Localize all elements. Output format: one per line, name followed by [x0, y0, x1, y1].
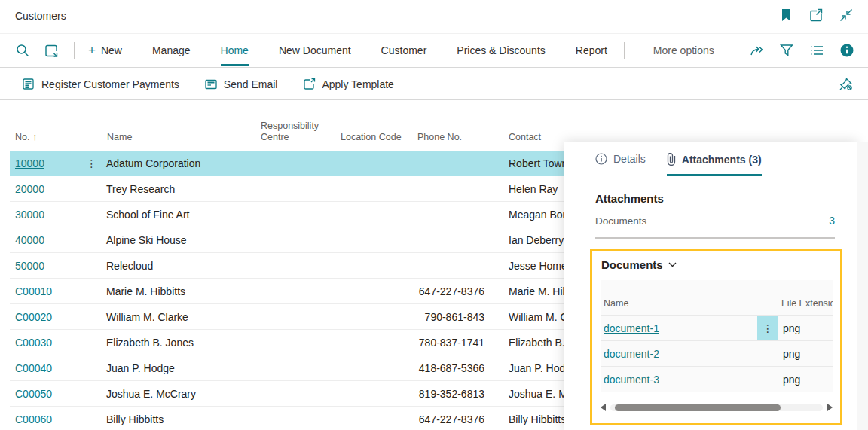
documents-grid: Name File Extension document-1 ⋮ png doc…	[601, 280, 833, 392]
scroll-left-icon[interactable]	[601, 404, 606, 411]
phone-no-cell: 819-352-6813	[412, 388, 486, 400]
action-bar: +New +Manage +Home +New Document +Custom…	[0, 33, 868, 68]
analyze-icon[interactable]	[44, 43, 59, 58]
customer-no-link[interactable]: C00020	[15, 311, 52, 323]
tab-attachments[interactable]: Attachments (3)	[667, 153, 762, 176]
customer-no-link[interactable]: 50000	[15, 260, 44, 272]
send-email-button[interactable]: Send Email	[205, 78, 278, 90]
open-in-new-icon[interactable]	[809, 8, 823, 22]
customer-no-link[interactable]: 10000	[15, 157, 44, 169]
page-background-strip	[857, 142, 868, 430]
column-header-phone-no[interactable]: Phone No.	[412, 132, 486, 151]
menu-item[interactable]: +Prices & Discounts	[457, 35, 545, 66]
collapse-icon[interactable]	[839, 8, 853, 22]
plus-icon: +	[88, 43, 96, 57]
menu-item[interactable]: +Home	[221, 35, 249, 66]
menu-item[interactable]: +Customer	[381, 35, 427, 66]
info-circle-icon	[595, 153, 607, 165]
customer-name-cell: Billy Hibbitts	[102, 413, 255, 425]
document-ext-cell: png	[778, 374, 833, 386]
toolbar-divider-2	[624, 42, 625, 59]
toolbar-divider	[74, 42, 75, 59]
doc-column-header-spacer	[757, 298, 778, 315]
row-menu-icon[interactable]: ⋮	[81, 157, 102, 169]
scrollbar-track[interactable]	[610, 404, 823, 411]
action-menu: +New +Manage +Home +New Document +Custom…	[88, 34, 607, 67]
factbox-panel: Details Attachments (3) Attachments Docu…	[564, 142, 857, 430]
document-row[interactable]: document-2 ⋮ png	[601, 340, 833, 366]
document-row[interactable]: document-3 ⋮ png	[601, 366, 833, 392]
template-icon	[303, 78, 316, 90]
payments-icon	[23, 78, 35, 90]
phone-no-cell: 418-687-5366	[412, 362, 486, 374]
title-bar: Customers	[0, 0, 868, 33]
customer-no-link[interactable]: C00030	[15, 337, 52, 349]
more-options-button[interactable]: More options	[653, 44, 714, 56]
bookmark-icon[interactable]	[779, 8, 793, 22]
customer-name-cell: Adatum Corporation	[102, 157, 255, 169]
unpin-icon[interactable]	[839, 77, 853, 91]
documents-grid-header: Name File Extension	[601, 280, 833, 315]
phone-no-cell: 647-227-8376	[412, 285, 486, 297]
factbox-tabs: Details Attachments (3)	[595, 153, 835, 176]
doc-column-header-name[interactable]: Name	[601, 298, 757, 315]
column-header-no[interactable]: No. ↑	[10, 132, 81, 151]
phone-no-cell: 647-227-8376	[412, 413, 486, 425]
panel-divider	[595, 237, 835, 239]
list-icon[interactable]	[809, 43, 824, 58]
email-icon	[205, 79, 218, 90]
menu-item[interactable]: +New Document	[279, 35, 351, 66]
document-name-link[interactable]: document-2	[604, 348, 659, 360]
filter-icon[interactable]	[779, 43, 794, 58]
scrollbar-thumb[interactable]	[615, 404, 781, 411]
column-header-responsibility-centre[interactable]: Responsibility Centre	[255, 120, 335, 151]
attachments-section-title: Attachments	[595, 192, 835, 205]
column-header-name[interactable]: Name	[102, 132, 255, 151]
menu-item[interactable]: +New	[88, 34, 122, 67]
column-header-location-code[interactable]: Location Code	[335, 132, 412, 151]
page-title: Customers	[15, 10, 66, 22]
sort-asc-icon: ↑	[32, 132, 37, 142]
register-customer-payments-button[interactable]: Register Customer Payments	[23, 78, 179, 90]
chevron-down-icon	[668, 262, 677, 267]
customer-name-cell: Alpine Ski House	[102, 234, 255, 246]
menu-item[interactable]: +Report	[576, 35, 607, 66]
document-row-menu-icon[interactable]: ⋮	[757, 316, 778, 340]
phone-no-cell: 790-861-843	[412, 311, 486, 323]
phone-no-cell: 780-837-1741	[412, 337, 486, 349]
customer-no-link[interactable]: 20000	[15, 183, 44, 195]
customer-no-link[interactable]: 30000	[15, 209, 44, 221]
share-icon[interactable]	[749, 43, 764, 58]
document-ext-cell: png	[778, 322, 833, 334]
tab-details[interactable]: Details	[595, 153, 646, 175]
customer-name-cell: William M. Clarke	[102, 311, 255, 323]
search-icon[interactable]	[15, 43, 30, 58]
document-ext-cell: png	[778, 348, 833, 360]
customer-no-link[interactable]: C00040	[15, 362, 52, 374]
apply-template-button[interactable]: Apply Template	[303, 78, 393, 90]
document-row[interactable]: document-1 ⋮ png	[601, 315, 833, 340]
document-name-link[interactable]: document-1	[604, 322, 659, 334]
customer-no-link[interactable]: C00050	[15, 388, 52, 400]
customer-name-cell: School of Fine Art	[102, 209, 255, 221]
documents-count-link[interactable]: 3	[829, 215, 835, 227]
doc-column-header-file-extension[interactable]: File Extension	[778, 298, 833, 315]
customer-name-cell: Juan P. Hodge	[102, 362, 255, 374]
paperclip-icon	[667, 153, 676, 166]
customer-no-link[interactable]: C00060	[15, 413, 52, 425]
scroll-right-icon[interactable]	[827, 404, 833, 411]
customer-name-cell: Relecloud	[102, 260, 255, 272]
column-header-spacer	[81, 144, 102, 151]
info-icon[interactable]	[839, 43, 854, 58]
documents-label: Documents	[595, 215, 646, 227]
titlebar-icons	[779, 8, 853, 22]
customer-no-link[interactable]: 40000	[15, 234, 44, 246]
customer-name-cell: Trey Research	[102, 183, 255, 195]
document-name-link[interactable]: document-3	[604, 374, 659, 386]
horizontal-scrollbar	[601, 402, 833, 413]
customer-no-link[interactable]: C00010	[15, 285, 52, 297]
actionbar-right-icons	[749, 43, 854, 58]
menu-item[interactable]: +Manage	[152, 35, 191, 66]
documents-fasttab-header[interactable]: Documents	[601, 258, 833, 271]
documents-fasttab: Documents Name File Extension document-1…	[590, 249, 842, 425]
